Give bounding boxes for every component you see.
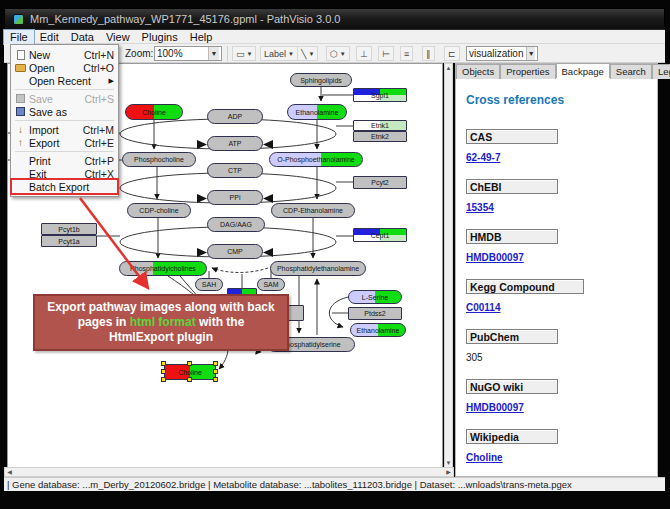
scroll-down-icon[interactable]: ▼ [445,459,452,467]
datanode-button[interactable]: ▭▼ [232,46,256,61]
file-menu-item-import[interactable]: ↓ImportCtrl+M [12,123,117,136]
side-panel: ObjectsPropertiesBackpageSearchLegend Cr… [455,63,658,477]
pathway-node-sphingolipids[interactable]: Sphingolipids [290,73,352,87]
pathway-node-sam[interactable]: SAM [257,278,285,291]
pathway-node-sgpl1[interactable]: Sgpl1 [353,88,407,102]
file-menu-item-print[interactable]: PrintCtrl+P [12,154,117,167]
pathway-node-cmp[interactable]: CMP [207,244,263,259]
pathway-node-phosphatidylethanolamine[interactable]: Phosphatidylethanolamine [270,261,366,276]
menu-item-label: Batch Export [29,181,114,193]
file-menu-item-exit[interactable]: ExitCtrl+X [12,167,117,180]
file-menu-item-open-recent[interactable]: Open Recent▶ [12,74,117,87]
file-menu-item-batch-export[interactable]: Batch Export [12,180,117,193]
xref-header-kegg-compound[interactable]: Kegg Compound [466,279,584,294]
selection-handle[interactable] [213,377,218,382]
pathway-node-l-serine[interactable]: L-Serine [348,290,402,304]
file-menu-item-new[interactable]: NewCtrl+N [12,48,117,61]
menu-edit[interactable]: Edit [34,30,65,44]
pathway-node-dag-aag[interactable]: DAG/AAG [207,217,265,232]
tab-properties[interactable]: Properties [500,64,555,79]
zoom-combobox[interactable]: 100% ▼ [154,46,222,61]
scroll-right-icon[interactable]: ▶ [444,468,453,476]
pathway-node-ethanolamine-low[interactable]: Ethanolamine [350,323,406,337]
node-label: Phosphatidylethanolamine [277,265,359,272]
selection-handle[interactable] [187,377,192,382]
xref-header-nugo-wiki[interactable]: NuGO wiki [466,379,558,394]
pathway-node-cept1[interactable]: Cept1 [353,228,407,242]
xref-link[interactable]: HMDB00097 [466,252,657,263]
selection-handle[interactable] [161,361,166,366]
tab-backpage[interactable]: Backpage [556,63,610,78]
file-menu-item-save-as[interactable]: Save as [12,105,117,118]
title-bar[interactable]: Mm_Kennedy_pathway_WP1771_45176.gpml - P… [4,8,665,30]
tab-objects[interactable]: Objects [456,64,500,79]
pathway-node-choline-top[interactable]: Choline [125,104,183,120]
pathway-node-pcyt2[interactable]: Pcyt2 [353,176,407,189]
menu-plugins[interactable]: Plugins [136,30,184,44]
pathway-node-etnk1[interactable]: Etnk1 [353,120,407,131]
selection-handle[interactable] [213,369,218,374]
xref-link[interactable]: 15354 [466,202,657,213]
xref-section: NuGO wikiHMDB00097 [466,379,657,413]
menu-data[interactable]: Data [65,30,100,44]
open-folder-icon [15,64,26,72]
menu-view[interactable]: View [100,30,136,44]
align-vertical-icon: ⊢ [382,49,390,59]
menu-file[interactable]: File [4,30,34,44]
line-tool-button[interactable]: ╲▼ [297,46,318,61]
shape-tool-button[interactable]: ⬡▼ [326,46,350,61]
backpage-panel: Cross references CAS62-49-7ChEBI15354HMD… [456,79,657,476]
pathway-node-etnk2[interactable]: Etnk2 [353,131,407,142]
cross-references-heading: Cross references [466,93,657,107]
xref-header-chebi[interactable]: ChEBI [466,179,558,194]
pathway-node-cdp-choline[interactable]: CDP-choline [127,203,191,218]
xref-link[interactable]: HMDB00097 [466,402,657,413]
tab-legend[interactable]: Legend [652,64,670,79]
distribute-horizontal-button[interactable]: ≡ [400,46,413,61]
node-label: Pcyt2 [371,179,389,186]
pathway-node-pcyt1a[interactable]: Pcyt1a [41,235,97,247]
xref-header-cas[interactable]: CAS [466,129,558,144]
pathway-node-hidden-gray[interactable] [288,305,304,321]
chevron-down-icon[interactable]: ▼ [526,47,535,60]
chevron-down-icon[interactable]: ▼ [208,47,219,60]
menu-help[interactable]: Help [184,30,219,44]
pathway-node-atp[interactable]: ATP [207,136,263,151]
pathway-node-phosphatidylcholines[interactable]: Phosphatidylcholines [119,261,207,276]
align-vertical-button[interactable]: ⊢ [378,46,394,61]
export-icon: ↑ [18,138,23,148]
pathway-node-cdp-ethanolamine[interactable]: CDP-Ethanolamine [271,203,355,218]
save-icon [16,94,25,103]
pathway-node-ctp[interactable]: CTP [207,163,263,178]
scroll-up-icon[interactable]: ▲ [445,64,452,72]
pathway-node-ethanolamine-top[interactable]: Ethanolamine [287,104,347,120]
file-menu-item-open[interactable]: OpenCtrl+O [12,61,117,74]
selection-handle[interactable] [213,361,218,366]
scroll-left-icon[interactable]: ◀ [5,468,14,476]
pathway-node-sah[interactable]: SAH [195,278,223,291]
pathway-node-adp[interactable]: ADP [207,109,263,124]
pathway-node-pcyt1b[interactable]: Pcyt1b [41,223,97,235]
xref-header-hmdb[interactable]: HMDB [466,229,558,244]
xref-header-pubchem[interactable]: PubChem [466,329,558,344]
selection-handle[interactable] [187,361,192,366]
selection-handle[interactable] [161,377,166,382]
pathway-node-phosphocholine[interactable]: Phosphocholine [122,152,196,167]
pathway-node-o-phosphoethanolamine[interactable]: O-Phosphoethanolamine [269,152,363,167]
xref-link[interactable]: 62-49-7 [466,152,657,163]
pathway-node-ptdss2[interactable]: Ptdss2 [348,307,402,320]
selection-handle[interactable] [161,369,166,374]
vertical-scrollbar[interactable]: ▲ ▼ [444,63,453,468]
file-menu-item-export[interactable]: ↑ExportCtrl+E [12,136,117,149]
align-horizontal-button[interactable]: ⊥ [356,46,372,61]
xref-link[interactable]: Choline [466,452,657,463]
xref-link[interactable]: C00114 [466,302,657,313]
label-button[interactable]: Label▼ [260,46,298,61]
common-size-button[interactable]: ⊏ [444,46,460,61]
pathway-node-ppi[interactable]: PPi [207,190,263,205]
distribute-vertical-button[interactable]: ∥ [422,46,435,61]
tab-search[interactable]: Search [610,64,652,79]
xref-header-wikipedia[interactable]: Wikipedia [466,429,558,444]
visualization-combobox[interactable]: visualization ▼ [466,46,538,61]
file-menu-item-save[interactable]: SaveCtrl+S [12,92,117,105]
